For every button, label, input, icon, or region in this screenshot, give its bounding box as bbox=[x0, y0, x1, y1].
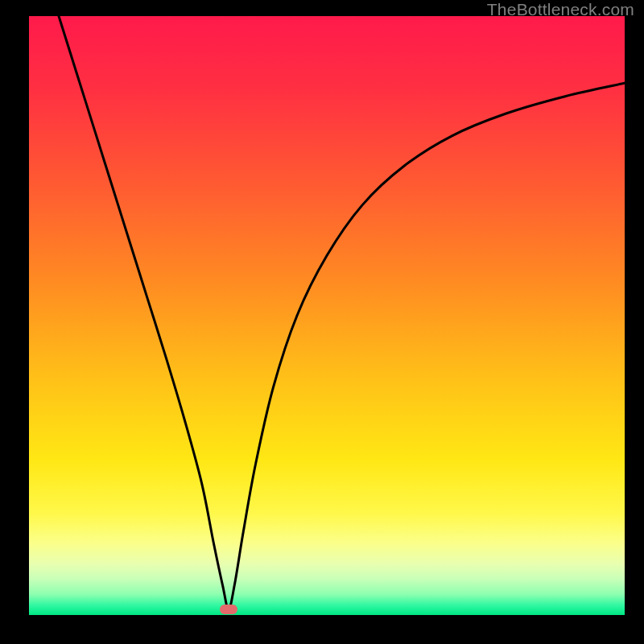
bottleneck-curve bbox=[29, 16, 625, 615]
plot-area bbox=[29, 16, 625, 615]
chart-frame: TheBottleneck.com bbox=[0, 0, 644, 644]
watermark-text: TheBottleneck.com bbox=[487, 0, 634, 19]
optimal-marker bbox=[220, 605, 237, 614]
